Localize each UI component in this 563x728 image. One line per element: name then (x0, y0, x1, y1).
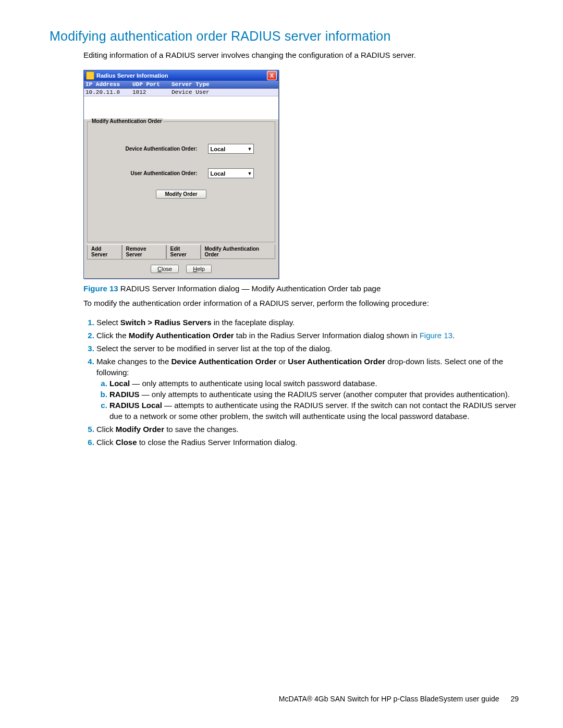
modify-order-button[interactable]: Modify Order (156, 190, 206, 199)
page-footer: McDATA® 4Gb SAN Switch for HP p-Class Bl… (279, 695, 519, 703)
step-5-text-a: Click (96, 425, 116, 434)
step-5-text-c: to save the changes. (164, 425, 239, 434)
step-4a-bold: Local (109, 379, 130, 388)
step-4-text-c: or (276, 357, 288, 366)
step-4-bold-b: Device Authentication Order (171, 357, 276, 366)
step-4a-text: — only attempts to authenticate using lo… (130, 379, 377, 388)
procedure-intro: To modify the authentication order infor… (83, 298, 519, 309)
step-4: Make changes to the Device Authenticatio… (96, 356, 519, 422)
section-heading: Modifying authentication order RADIUS se… (50, 29, 519, 44)
step-4b: RADIUS — only attempts to authenticate u… (109, 389, 519, 400)
server-list-header: IP Address UDP Port Server Type (84, 81, 278, 89)
intro-paragraph: Editing information of a RADIUS server i… (83, 50, 519, 60)
step-4a: Local — only attempts to authenticate us… (109, 378, 519, 389)
step-3: Select the server to be modified in serv… (96, 343, 519, 354)
server-list-empty-area (84, 96, 278, 119)
step-4-sublist: Local — only attempts to authenticate us… (96, 378, 519, 422)
step-6-bold: Close (116, 438, 137, 447)
step-2-bold: Modify Authentication Order (129, 331, 234, 340)
chevron-down-icon: ▼ (248, 171, 252, 176)
dialog-title-text: Radius Server Information (96, 70, 168, 81)
tab-edit-server[interactable]: Edit Server (166, 245, 201, 260)
cell-port: 1812 (132, 89, 172, 95)
step-4c-bold: RADIUS Local (109, 401, 162, 410)
user-auth-order-value: Local (211, 170, 226, 177)
app-icon (86, 71, 94, 80)
figure-13: Radius Server Information X IP Address U… (83, 70, 519, 279)
step-5: Click Modify Order to save the changes. (96, 424, 519, 435)
device-auth-order-value: Local (211, 146, 226, 152)
step-4c: RADIUS Local — attempts to authenticate … (109, 400, 519, 422)
step-1-text-c: in the faceplate display. (212, 318, 295, 327)
help-button[interactable]: Help (186, 265, 212, 273)
dialog-titlebar: Radius Server Information X (84, 70, 278, 81)
step-6-text-a: Click (96, 438, 116, 447)
radius-dialog: Radius Server Information X IP Address U… (83, 70, 279, 279)
step-4c-text: — attempts to authenticate using the RAD… (109, 401, 516, 421)
tab-modify-auth-order[interactable]: Modify Authentication Order (201, 244, 276, 259)
chevron-down-icon: ▼ (248, 146, 252, 152)
step-6-text-c: to close the Radius Server Information d… (137, 438, 298, 447)
footer-text: McDATA® 4Gb SAN Switch for HP p-Class Bl… (279, 695, 499, 703)
dialog-tabs: Add Server Remove Server Edit Server Mod… (87, 244, 275, 260)
page-number: 29 (510, 695, 519, 703)
step-2: Click the Modify Authentication Order ta… (96, 330, 519, 341)
device-auth-order-select[interactable]: Local ▼ (208, 144, 254, 154)
procedure-steps: Select Switch > Radius Servers in the fa… (83, 317, 519, 448)
col-port: UDP Port (132, 81, 172, 88)
modify-auth-order-group: Modify Authentication Order Device Authe… (87, 121, 275, 242)
col-ip: IP Address (85, 81, 132, 88)
device-auth-order-label: Device Authentication Order: (109, 146, 198, 152)
cell-ip: 10.20.11.8 (85, 89, 132, 95)
figure-13-link[interactable]: Figure 13 (420, 331, 452, 340)
close-button[interactable]: Close (151, 265, 179, 273)
step-6: Click Close to close the Radius Server I… (96, 437, 519, 448)
user-auth-order-select[interactable]: Local ▼ (208, 168, 254, 178)
figure-label: Figure 13 (83, 284, 118, 293)
step-1-bold: Switch > Radius Servers (120, 318, 212, 327)
step-4b-bold: RADIUS (109, 390, 140, 399)
group-label: Modify Authentication Order (91, 118, 163, 124)
step-4b-text: — only attempts to authenticate using th… (140, 390, 510, 399)
step-4-text-a: Make changes to the (96, 357, 171, 366)
step-5-bold: Modify Order (116, 425, 164, 434)
figure-caption-text: RADIUS Server Information dialog — Modif… (118, 284, 381, 293)
step-1-text-a: Select (96, 318, 120, 327)
step-4-bold-d: User Authentication Order (288, 357, 385, 366)
figure-caption: Figure 13 RADIUS Server Information dial… (83, 284, 519, 293)
cell-type: Device User (172, 89, 277, 95)
step-2-text-c: tab in the Radius Server Information dia… (234, 331, 420, 340)
user-auth-order-label: User Authentication Order: (109, 170, 198, 176)
server-list-row[interactable]: 10.20.11.8 1812 Device User (84, 89, 278, 96)
step-2-text-a: Click the (96, 331, 129, 340)
col-type: Server Type (172, 81, 277, 88)
step-2-text-e: . (452, 331, 455, 340)
step-1: Select Switch > Radius Servers in the fa… (96, 317, 519, 328)
tab-remove-server[interactable]: Remove Server (122, 245, 166, 260)
close-icon[interactable]: X (267, 71, 277, 80)
tab-add-server[interactable]: Add Server (87, 245, 122, 260)
